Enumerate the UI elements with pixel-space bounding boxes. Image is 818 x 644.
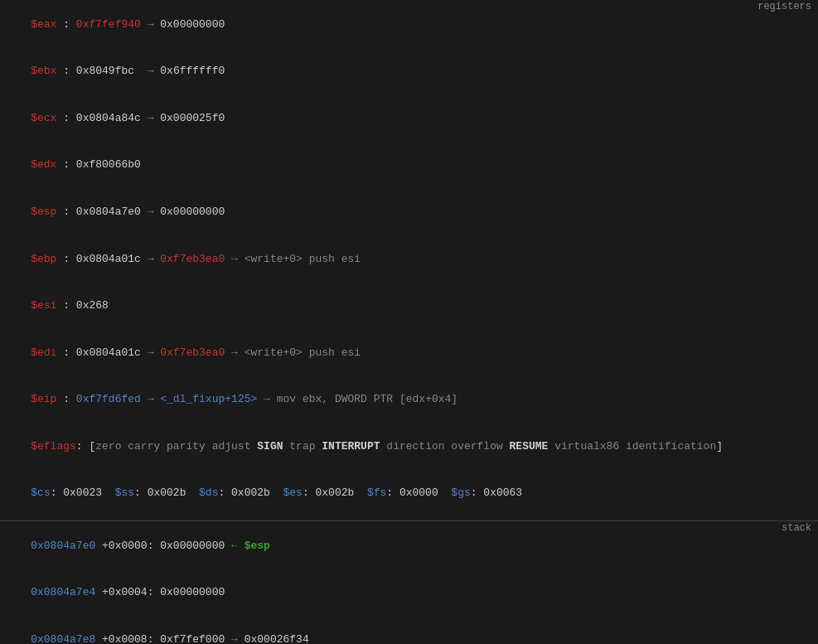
reg-row-edx: $edx : 0xf80066b0 <box>5 143 813 190</box>
stack-row-2: 0x0804a7e8 +0x0008: 0xf7fef000 → 0x00026… <box>5 617 813 644</box>
registers-panel: registers $eax : 0xf7fef940 → 0x00000000… <box>0 0 818 521</box>
reg-name-ecx: $ecx <box>31 112 56 124</box>
reg-row-esp: $esp : 0x0804a7e0 → 0x00000000 <box>5 189 813 236</box>
flags-line: $eflags: [zero carry parity adjust SIGN … <box>5 424 813 471</box>
reg-name-esp: $esp <box>31 206 56 218</box>
reg-row-ebx: $ebx : 0x8049fbc → 0x6ffffff0 <box>5 49 813 96</box>
reg-name-eax: $eax <box>31 18 56 31</box>
stack-panel: stack 0x0804a7e0 +0x0000: 0x00000000 ← $… <box>0 521 818 644</box>
reg-row-ecx: $ecx : 0x0804a84c → 0x000025f0 <box>5 95 813 143</box>
stack-row-1: 0x0804a7e4 +0x0004: 0x00000000 <box>5 569 813 617</box>
reg-row-esi: $esi : 0x268 <box>5 283 813 330</box>
reg-name-edx: $edx <box>31 158 56 171</box>
stack-label: stack <box>782 521 811 535</box>
reg-name-eip: $eip <box>31 393 56 405</box>
seg-regs-line: $cs: 0x0023 $ss: 0x002b $ds: 0x002b $es:… <box>5 470 813 517</box>
reg-name-ebx: $ebx <box>31 65 56 77</box>
reg-row-eip: $eip : 0xf7fd6fed → <_dl_fixup+125> → mo… <box>5 376 813 424</box>
reg-name-edi: $edi <box>31 346 56 359</box>
registers-label: registers <box>757 0 811 14</box>
stack-row-0: 0x0804a7e0 +0x0000: 0x00000000 ← $esp <box>5 523 813 570</box>
reg-name-esi: $esi <box>31 299 56 312</box>
reg-row-eax: $eax : 0xf7fef940 → 0x00000000 <box>5 2 813 49</box>
reg-row-edi: $edi : 0x0804a01c → 0xf7eb3ea0 → <write+… <box>5 330 813 377</box>
reg-name-ebp: $ebp <box>31 253 56 265</box>
reg-row-ebp: $ebp : 0x0804a01c → 0xf7eb3ea0 → <write+… <box>5 236 813 283</box>
